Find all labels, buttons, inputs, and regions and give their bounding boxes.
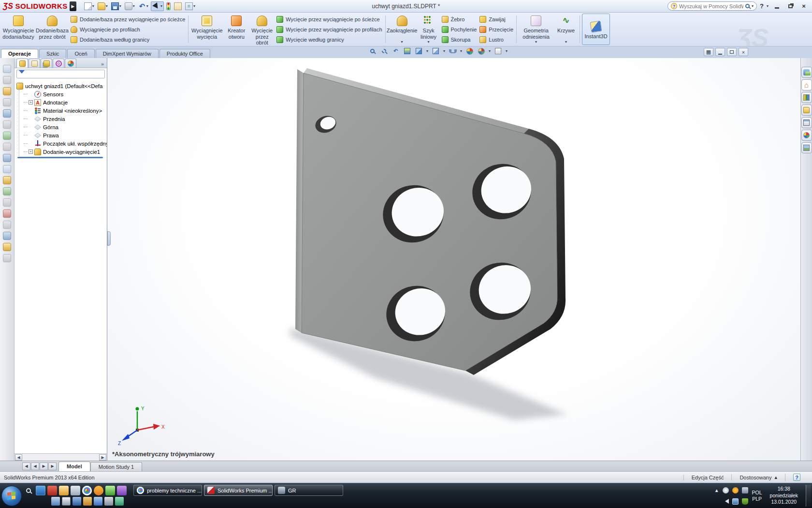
boundary-cut-button[interactable]: Wycięcie według granicy	[276, 35, 382, 44]
tray-icon[interactable]	[742, 487, 748, 493]
tree-item-prawa[interactable]: Prawa	[24, 131, 107, 139]
left-toolbar-icon[interactable]	[3, 109, 11, 118]
taskbar-search-button[interactable]	[23, 485, 34, 496]
left-toolbar-icon[interactable]	[3, 76, 11, 84]
tree-item-adnotacje[interactable]: +AAdnotacje	[24, 98, 107, 106]
instant3d-toggle[interactable]: Instant3D	[582, 14, 610, 45]
reference-geometry-button[interactable]: Geometria odniesienia ▾	[519, 14, 553, 45]
shell-button[interactable]: Skorupa	[442, 35, 477, 44]
left-toolbar-icon[interactable]	[3, 98, 11, 106]
display-style-icon[interactable]	[432, 47, 440, 55]
save-button[interactable]: ▾	[110, 2, 122, 11]
undo-button[interactable]: ↶▾	[137, 2, 149, 11]
doc-minimize-button[interactable]	[715, 48, 725, 56]
lofted-cut-button[interactable]: Wycięcie przez wyciągnięcie po profilach	[276, 25, 382, 33]
dropdown-icon[interactable]: ▾	[133, 4, 135, 8]
tree-item-przednia[interactable]: Przednia	[24, 115, 107, 123]
edit-appearance-icon[interactable]	[465, 47, 474, 55]
last-tab-button[interactable]: ▶	[48, 463, 57, 470]
dropdown-icon[interactable]: ▾	[565, 40, 567, 44]
quick-launch-icon[interactable]	[104, 497, 113, 506]
viewport-layout-button[interactable]: ▦	[704, 48, 713, 56]
restore-button[interactable]	[785, 2, 796, 10]
select-tool-button[interactable]: ▾	[151, 1, 164, 11]
left-toolbar-icon[interactable]	[3, 143, 11, 151]
left-toolbar-icon[interactable]	[3, 165, 11, 173]
dropdown-icon[interactable]: ▾	[460, 49, 462, 53]
dropdown-icon[interactable]: ▾	[443, 49, 445, 53]
tree-item-boss-extrude[interactable]: +Dodanie-wyciągnięcie1	[24, 148, 107, 156]
security-shield-icon[interactable]	[742, 498, 748, 505]
taskbar-clock[interactable]: 16:38 poniedziałek 13.01.2020	[766, 485, 802, 507]
tree-item-material[interactable]: Materiał <nieokreślony>	[24, 106, 107, 115]
dropdown-icon[interactable]: ▾	[401, 40, 403, 44]
open-button[interactable]: ▾	[97, 2, 109, 11]
solidworks-resources-button[interactable]: ⌂	[801, 79, 812, 90]
tree-filter-input[interactable]	[27, 71, 102, 77]
pinned-app-icon[interactable]	[105, 486, 115, 495]
next-tab-button[interactable]: ▶	[40, 463, 48, 470]
taskbar-app-chrome[interactable]: problemy techniczne ...	[133, 485, 202, 496]
graphics-area[interactable]: Y X Z *Aksonometryczny trójwymiarowy	[107, 58, 800, 461]
linear-pattern-button[interactable]: Szyk liniowy ▾	[418, 14, 440, 45]
prev-tab-button[interactable]: ◀	[31, 463, 39, 470]
expand-plus-icon[interactable]: +	[29, 100, 33, 105]
tree-horizontal-scrollbar[interactable]: ◀ ▶	[14, 453, 107, 461]
tray-icon[interactable]	[732, 487, 739, 493]
options-button[interactable]: ≡▾	[184, 2, 196, 11]
language-indicator[interactable]: POL PLP	[752, 485, 762, 507]
pinned-app-icon[interactable]	[59, 486, 69, 495]
print-button[interactable]: ▾	[124, 2, 136, 11]
swept-boss-button[interactable]: Dodanie/baza przez wyciągnięcie po ścież…	[71, 15, 185, 23]
view-palette-button[interactable]	[801, 117, 812, 128]
tree-item-gorna[interactable]: Górna	[24, 123, 107, 131]
dropdown-icon[interactable]: ▾	[193, 4, 195, 8]
left-toolbar-icon[interactable]	[3, 198, 11, 207]
panel-splitter-handle[interactable]	[107, 231, 111, 246]
first-tab-button[interactable]: ◀	[22, 463, 30, 470]
left-toolbar-icon[interactable]	[3, 221, 11, 229]
profile-selector[interactable]: Dostosowany ▴	[731, 474, 785, 480]
apply-scene-icon[interactable]	[477, 47, 485, 55]
help-search-box[interactable]: ? ▾	[667, 1, 757, 11]
left-toolbar-icon[interactable]	[3, 232, 11, 240]
left-toolbar-icon[interactable]	[3, 154, 11, 162]
minimize-button[interactable]	[771, 2, 782, 10]
dropdown-icon[interactable]: ▾	[535, 40, 537, 44]
dropdown-icon[interactable]: ▾	[146, 4, 148, 8]
section-view-icon[interactable]	[403, 47, 411, 55]
display-manager-tab[interactable]	[65, 59, 76, 68]
quick-launch-icon[interactable]	[115, 497, 124, 506]
intersect-button[interactable]: Przecięcie	[479, 25, 513, 33]
dropdown-icon[interactable]: ▾	[489, 49, 491, 53]
design-library-button[interactable]	[801, 92, 812, 103]
part-3d-view[interactable]	[107, 58, 800, 461]
menu-expand-arrow[interactable]: ▶	[70, 1, 76, 11]
doc-close-button[interactable]: ×	[739, 48, 748, 56]
tray-overflow-chevron[interactable]: ▲	[714, 488, 719, 493]
tree-root-item[interactable]: uchwyt gniazd1 (Default<<Defa	[16, 82, 107, 90]
more-tabs-chevron[interactable]: »	[101, 61, 106, 68]
quick-launch-icon[interactable]	[94, 497, 102, 506]
left-toolbar-icon[interactable]	[3, 65, 11, 73]
scroll-left-button[interactable]: ◀	[15, 454, 22, 461]
curves-button[interactable]: ∿ Krzywe ▾	[554, 14, 578, 45]
expand-plus-icon[interactable]: +	[29, 149, 33, 154]
pinned-app-icon[interactable]	[71, 486, 80, 495]
revolved-boss-button[interactable]: Dodanie/baza przez obrót	[36, 14, 69, 45]
dimxpert-manager-tab[interactable]	[53, 59, 64, 68]
dropdown-icon[interactable]: ▾	[506, 49, 508, 53]
pinned-app-icon[interactable]	[47, 486, 57, 495]
display-icon[interactable]	[732, 498, 739, 505]
boundary-boss-button[interactable]: Dodanie/baza według granicy	[71, 35, 185, 44]
quick-launch-icon[interactable]	[51, 497, 60, 506]
dropdown-icon[interactable]: ▾	[426, 49, 428, 53]
dropdown-icon[interactable]: ▾	[752, 4, 754, 8]
help-button[interactable]: ?	[760, 2, 764, 10]
quick-launch-icon[interactable]	[83, 497, 92, 506]
solidworks-forum-button[interactable]	[801, 67, 812, 78]
draft-button[interactable]: Pochylenie	[442, 25, 477, 33]
view-orientation-icon[interactable]	[415, 47, 423, 55]
tab-produkty-office[interactable]: Produkty Office	[160, 49, 210, 58]
tab-dimxpert[interactable]: DimXpert Wymiarów	[96, 49, 159, 58]
